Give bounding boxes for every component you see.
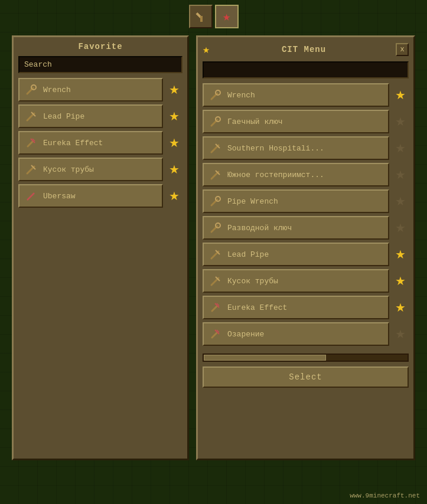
cit-item-icon-4: [208, 168, 223, 182]
item-label-2: Lead Pipe: [43, 112, 84, 121]
cit-star-button-6[interactable]: ★: [392, 220, 409, 236]
cit-item-button-6[interactable]: Разводной ключ: [203, 216, 389, 240]
favorite-item-button-1[interactable]: Wrench: [18, 78, 163, 102]
cit-items-list: Wrench ★ Гаечный ключ ★ Southern Hospita…: [203, 83, 409, 349]
favorite-list-item: Ubersaw ★: [18, 184, 182, 208]
cit-list-item: Разводной ключ ★: [203, 216, 409, 240]
svg-line-6: [28, 142, 32, 146]
cit-list-item: Гаечный ключ ★: [203, 110, 409, 133]
cit-list-item: Southern Hospitali... ★: [203, 136, 409, 160]
cit-panel: ★ CIT Menu x Wrench ★ Гаечный ключ ★ Sou…: [196, 35, 415, 460]
cit-item-icon-9: [208, 300, 223, 315]
cit-star-button-1[interactable]: ★: [392, 87, 409, 103]
star-icon-button[interactable]: ★: [215, 5, 239, 28]
favorite-star-button-3[interactable]: ★: [166, 135, 182, 151]
cit-item-label-6: Разводной ключ: [227, 224, 292, 233]
cit-item-label-3: Southern Hospitali...: [227, 144, 324, 153]
cit-item-icon-1: [208, 88, 223, 102]
favorite-star-button-5[interactable]: ★: [166, 188, 182, 204]
favorite-star-button-4[interactable]: ★: [166, 161, 182, 178]
cit-list-item: Pipe Wrench ★: [203, 189, 409, 213]
cit-item-label-5: Pipe Wrench: [227, 197, 278, 206]
cit-star-button-9[interactable]: ★: [392, 299, 409, 316]
cit-star-button-7[interactable]: ★: [392, 246, 409, 263]
item-label-1: Wrench: [43, 86, 71, 94]
cit-item-icon-6: [208, 221, 223, 235]
cit-star-button-3[interactable]: ★: [392, 140, 409, 156]
favorite-item-button-5[interactable]: Ubersaw: [18, 184, 163, 208]
cit-item-button-2[interactable]: Гаечный ключ: [203, 110, 389, 133]
cit-star-button-2[interactable]: ★: [392, 113, 409, 130]
cit-item-button-5[interactable]: Pipe Wrench: [203, 189, 389, 213]
cit-item-button-3[interactable]: Southern Hospitali...: [203, 136, 389, 160]
favorite-item-button-3[interactable]: Eureka Effect: [18, 131, 163, 155]
cit-header-star-icon: ★: [203, 42, 210, 57]
cit-item-label-9: Eureka Effect: [227, 303, 287, 312]
cit-panel-header: ★ CIT Menu x: [203, 42, 409, 57]
cit-close-button[interactable]: x: [396, 43, 409, 56]
cit-list-item: Озарение ★: [203, 322, 409, 346]
tool-icon-button[interactable]: [189, 5, 213, 28]
item-label-4: Кусок трубы: [43, 165, 94, 174]
cit-list-item: Eureka Effect ★: [203, 296, 409, 319]
cit-item-button-1[interactable]: Wrench: [203, 83, 389, 107]
cit-item-button-4[interactable]: Южное гостеприимст...: [203, 163, 389, 186]
cit-list-item: Кусок трубы ★: [203, 269, 409, 293]
item-label-5: Ubersaw: [43, 192, 76, 201]
cit-star-button-5[interactable]: ★: [392, 193, 409, 210]
cit-item-button-8[interactable]: Кусок трубы: [203, 269, 389, 293]
cit-item-icon-10: [208, 327, 223, 341]
cit-list-item: Lead Pipe ★: [203, 243, 409, 266]
cit-list-item: Wrench ★: [203, 83, 409, 107]
cit-scrollbar-thumb: [204, 355, 326, 361]
cit-item-label-2: Гаечный ключ: [227, 117, 283, 126]
favorite-items-list: Wrench ★ Lead Pipe ★ Eureka Effect ★ Кус…: [18, 78, 182, 208]
svg-line-11: [27, 193, 34, 200]
cit-star-button-10[interactable]: ★: [392, 326, 409, 342]
item-icon-1: [24, 83, 38, 97]
cit-star-button-8[interactable]: ★: [392, 273, 409, 289]
cit-item-icon-3: [208, 141, 223, 155]
cit-panel-title: CIT Menu: [212, 45, 396, 54]
cit-item-label-10: Озарение: [227, 330, 264, 339]
item-icon-4: [24, 162, 38, 176]
panels-container: Favorite Wrench ★ Lead Pipe ★ Eureka Eff…: [12, 35, 415, 460]
favorite-item-button-2[interactable]: Lead Pipe: [18, 104, 163, 128]
favorite-list-item: Wrench ★: [18, 78, 182, 102]
favorite-star-button-2[interactable]: ★: [166, 108, 182, 125]
favorite-item-button-4[interactable]: Кусок трубы: [18, 158, 163, 181]
red-star-icon: ★: [223, 9, 230, 25]
item-icon-2: [24, 109, 38, 123]
cit-search-input[interactable]: [203, 61, 409, 78]
item-icon-3: [24, 136, 38, 150]
cit-item-button-9[interactable]: Eureka Effect: [203, 296, 389, 319]
cit-item-icon-2: [208, 114, 223, 129]
cit-item-icon-8: [208, 274, 223, 288]
cit-item-button-10[interactable]: Озарение: [203, 322, 389, 346]
cit-star-button-4[interactable]: ★: [392, 166, 409, 183]
cit-scrollbar[interactable]: [203, 354, 409, 362]
favorite-search-input[interactable]: [18, 56, 182, 73]
svg-rect-1: [200, 16, 203, 22]
cit-list-item: Южное гостеприимст... ★: [203, 163, 409, 186]
cit-item-icon-7: [208, 247, 223, 261]
favorite-panel: Favorite Wrench ★ Lead Pipe ★ Eureka Eff…: [12, 35, 189, 460]
cit-item-button-7[interactable]: Lead Pipe: [203, 243, 389, 266]
svg-line-31: [212, 333, 217, 338]
svg-line-28: [212, 306, 217, 311]
cit-item-label-4: Южное гостеприимст...: [227, 171, 324, 179]
watermark: www.9minecraft.net: [350, 492, 420, 499]
favorite-list-item: Lead Pipe ★: [18, 104, 182, 128]
favorite-list-item: Кусок трубы ★: [18, 158, 182, 181]
cit-item-label-7: Lead Pipe: [227, 250, 269, 259]
select-button[interactable]: Select: [203, 366, 409, 388]
cit-item-icon-5: [208, 194, 223, 208]
cit-item-label-8: Кусок трубы: [227, 277, 278, 286]
favorite-star-button-1[interactable]: ★: [166, 81, 182, 98]
favorite-list-item: Eureka Effect ★: [18, 131, 182, 155]
top-icon-bar: ★: [189, 5, 239, 28]
wrench-icon: [194, 10, 207, 23]
item-label-3: Eureka Effect: [43, 139, 103, 148]
cit-item-label-1: Wrench: [227, 91, 255, 100]
favorite-panel-title: Favorite: [18, 42, 182, 51]
